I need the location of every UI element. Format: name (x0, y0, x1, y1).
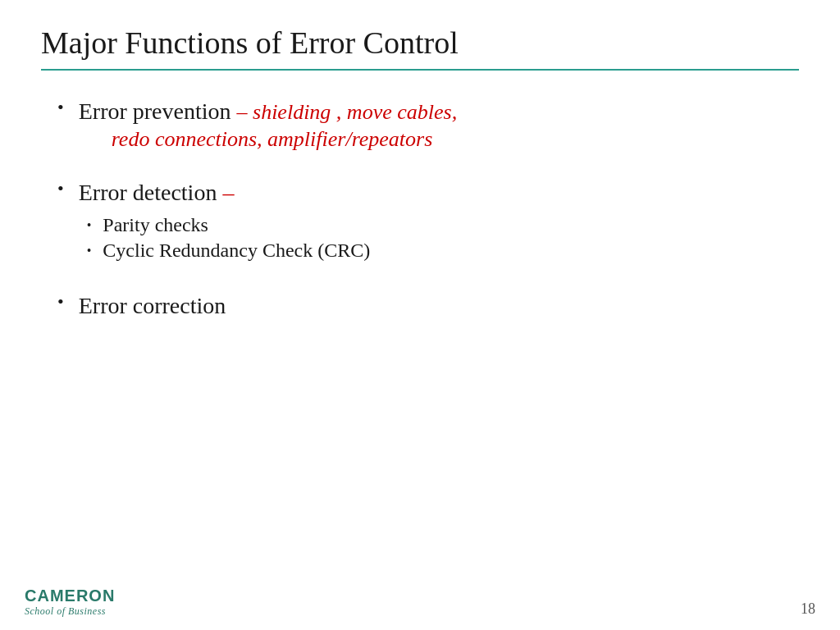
bullet-error-prevention: • Error prevention – shielding , move ca… (57, 95, 799, 152)
content-area: • Error prevention – shielding , move ca… (41, 95, 799, 322)
handwritten-line1: – shielding , move cables, (237, 100, 458, 124)
bullet-error-correction: • Error correction (57, 290, 799, 322)
slide: Major Functions of Error Control • Error… (0, 0, 840, 630)
title-divider (41, 69, 799, 71)
sub-dot-2: • (87, 244, 92, 258)
bullet-error-detection: • Error detection – • Parity checks • Cy… (57, 176, 799, 264)
bullet-2-label: Error detection – (79, 180, 235, 205)
page-number: 18 (801, 600, 815, 618)
bullet-1-content: Error prevention – shielding , move cabl… (79, 95, 457, 152)
logo-sub-text: School of Business (25, 605, 115, 618)
sub-label-crc: Cyclic Redundancy Check (CRC) (103, 240, 370, 262)
bullet-dot-1: • (57, 97, 64, 118)
sub-dot-1: • (87, 218, 92, 233)
sub-label-parity: Parity checks (103, 214, 208, 236)
footer: CAMERON School of Business 18 (0, 587, 840, 618)
bullet-3-label: Error correction (79, 290, 226, 322)
bullet-2-content: Error detection – • Parity checks • Cycl… (79, 176, 371, 264)
sub-bullet-parity: • Parity checks (87, 214, 371, 236)
cameron-logo: CAMERON School of Business (25, 587, 115, 618)
logo-main-text: CAMERON (25, 587, 115, 605)
bullet-dot-3: • (57, 291, 64, 313)
sub-bullets-container: • Parity checks • Cyclic Redundancy Chec… (87, 214, 371, 262)
sub-bullet-crc: • Cyclic Redundancy Check (CRC) (87, 240, 371, 262)
handwritten-line2: redo connections, amplifier/repeators (112, 127, 457, 152)
bullet-dot-2: • (57, 178, 64, 199)
bullet-1-label: Error prevention – shielding , move cabl… (79, 98, 457, 124)
detection-dash: – (222, 180, 234, 205)
slide-title: Major Functions of Error Control (41, 25, 799, 61)
